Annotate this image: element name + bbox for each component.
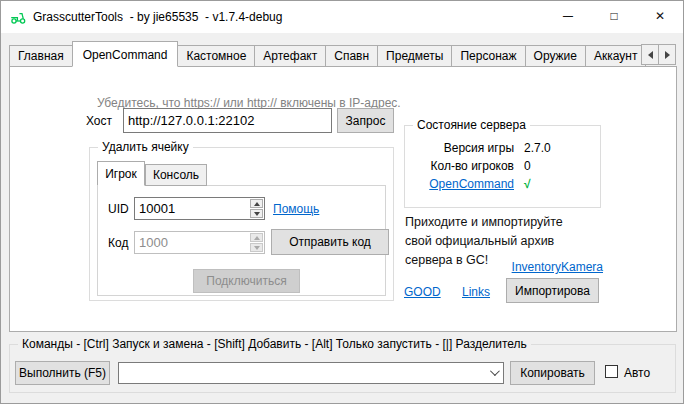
tab-kastomnoe[interactable]: Кастомное [177, 45, 255, 67]
maximize-icon[interactable]: □ [591, 1, 637, 32]
game-version-label: Версия игры [404, 141, 514, 155]
tab-opencommand[interactable]: OpenCommand [72, 41, 179, 67]
tab-akkaunt[interactable]: Аккаунт [585, 45, 646, 67]
tab-personazh[interactable]: Персонаж [451, 45, 525, 67]
tab-scroll-left-button[interactable] [641, 44, 659, 65]
game-version-value: 2.7.0 [524, 141, 551, 155]
request-button[interactable]: Запрос [337, 108, 394, 133]
import-button[interactable]: Импортирова [506, 278, 599, 303]
arrow-left-icon [648, 51, 653, 59]
minimize-icon[interactable]: ─ [545, 1, 591, 32]
triangle-down-icon [254, 246, 260, 250]
code-label: Код [108, 236, 128, 250]
spinner-down-button[interactable] [250, 209, 263, 218]
close-icon[interactable]: ✕ [637, 1, 683, 32]
tab-predmety[interactable]: Предметы [377, 45, 452, 67]
player-count-value: 0 [524, 159, 531, 173]
command-combobox[interactable] [118, 362, 504, 384]
opencommand-status-link[interactable]: OpenCommand [422, 177, 514, 191]
uid-input[interactable] [135, 198, 249, 219]
copy-button[interactable]: Копировать [510, 361, 595, 385]
opencommand-check-icon: √ [524, 177, 531, 191]
run-button[interactable]: Выполнить (F5) [15, 361, 110, 385]
tab-scroll-right-button[interactable] [658, 44, 676, 65]
tab-spavn[interactable]: Спавн [325, 45, 378, 67]
links-link[interactable]: Links [462, 285, 490, 299]
spinner-up-button [250, 233, 263, 242]
inventorykamera-link[interactable]: InventoryKamera [404, 260, 603, 274]
command-input[interactable] [119, 363, 483, 383]
connect-button: Подключиться [193, 269, 300, 293]
server-status-group-title: Состояние сервера [413, 118, 530, 132]
tab-artefakt[interactable]: Артефакт [254, 45, 326, 67]
tab-glavnaya[interactable]: Главная [9, 45, 73, 67]
commands-group-title: Команды - [Ctrl] Запуск и замена - [Shif… [18, 337, 531, 351]
code-spinner [249, 232, 264, 253]
inner-tab-player[interactable]: Игрок [97, 161, 145, 186]
good-link[interactable]: GOOD [404, 285, 441, 299]
app-scooter-icon [10, 9, 26, 25]
main-tab-strip: Главная OpenCommand Кастомное Артефакт С… [9, 41, 677, 67]
chevron-down-icon [490, 366, 500, 376]
host-input[interactable] [123, 108, 332, 133]
help-link[interactable]: Помощь [273, 202, 319, 216]
window-title: GrasscutterTools - by jie65535 - v1.7.4-… [33, 10, 282, 24]
title-bar: GrasscutterTools - by jie65535 - v1.7.4-… [1, 1, 683, 33]
app-window: GrasscutterTools - by jie65535 - v1.7.4-… [0, 0, 684, 404]
spinner-up-button[interactable] [250, 199, 263, 208]
player-count-label: Кол-во игроков [404, 159, 514, 173]
uid-spinner [249, 198, 264, 219]
spinner-down-button [250, 243, 263, 252]
import-note-line-1: Приходите и импортируйте [405, 215, 563, 229]
host-label: Хост [86, 114, 112, 128]
code-input [135, 232, 249, 253]
triangle-down-icon [254, 212, 260, 216]
tab-oruzhie[interactable]: Оружие [525, 45, 586, 67]
triangle-up-icon [254, 236, 260, 240]
inner-tab-console[interactable]: Консоль [145, 164, 207, 186]
uid-stepper [134, 197, 265, 220]
import-note-line-2: свой официальный архив [405, 234, 554, 248]
delete-cell-group-title: Удалить ячейку [98, 140, 193, 154]
code-stepper [134, 231, 265, 254]
triangle-up-icon [254, 202, 260, 206]
auto-checkbox-label: Авто [624, 366, 650, 380]
send-code-button[interactable]: Отправить код [271, 229, 389, 255]
arrow-right-icon [665, 51, 670, 59]
auto-checkbox[interactable] [605, 365, 618, 378]
uid-label: UID [108, 202, 129, 216]
